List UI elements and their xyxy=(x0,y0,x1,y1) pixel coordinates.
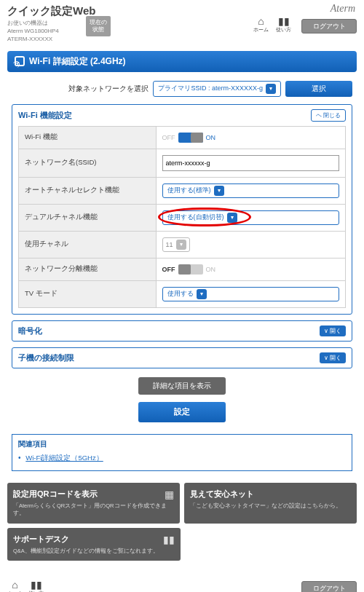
bullet-icon: • xyxy=(18,454,21,462)
target-network-select[interactable]: プライマリSSID : aterm-XXXXXX-g ▾ xyxy=(153,81,281,97)
qr-icon: ▦ xyxy=(165,489,174,500)
row-dualch-label: デュアルチャネル機能 xyxy=(19,204,157,231)
support-tile[interactable]: ▮▮ サポートデスク Q&A、機能別設定ガイドなどの情報をご覧になれます。 xyxy=(7,528,181,561)
logout-button-top[interactable]: ログアウト xyxy=(301,19,357,33)
footer-home-button[interactable]: ⌂ ホーム xyxy=(7,580,23,592)
encryption-card: 暗号化 ∨ 開く xyxy=(12,320,352,342)
chevron-up-icon: ヘ xyxy=(316,111,322,119)
tv-mode-select[interactable]: 使用する ▾ xyxy=(162,287,339,301)
wifi-function-card: Wi-Fi 機能設定 ヘ 閉じる Wi-Fi 機能 OFF ON ネットワーク名… xyxy=(12,104,352,315)
expand-encryption-button[interactable]: ∨ 開く xyxy=(320,325,346,336)
chevron-down-icon: ▾ xyxy=(266,84,276,94)
related-link-5ghz[interactable]: Wi-Fi詳細設定（5GHz） xyxy=(25,454,103,462)
wifi-icon xyxy=(15,56,25,66)
footer-help-button[interactable]: ▮▮ 使い方 xyxy=(28,580,44,592)
qr-tile[interactable]: ▦ 設定用QRコードを表示 「AtermらくらくQRスタート」用のQRコードを作… xyxy=(7,483,180,524)
ssid-input[interactable] xyxy=(162,155,339,171)
home-button[interactable]: ⌂ ホーム xyxy=(253,16,269,33)
expand-client-limit-button[interactable]: ∨ 開く xyxy=(320,352,346,363)
safenet-tile[interactable]: 見えて安心ネット 「こども安心ネットタイマー」などの設定はこちらから。 xyxy=(184,483,357,524)
wifi-function-title: Wi-Fi 機能設定 xyxy=(18,110,72,121)
show-detail-button[interactable]: 詳細な項目を表示 xyxy=(138,377,226,395)
home-icon: ⌂ xyxy=(12,580,17,590)
app-title: クイック設定Web xyxy=(7,4,357,18)
row-wifi-label: Wi-Fi 機能 xyxy=(19,126,157,149)
row-channel-label: 使用チャネル xyxy=(19,231,157,258)
target-network-label: 対象ネットワークを選択 xyxy=(68,84,149,94)
channel-select[interactable]: 11 ▾ xyxy=(162,237,190,252)
select-button[interactable]: 選択 xyxy=(285,81,352,97)
chevron-down-icon: ▾ xyxy=(176,240,186,250)
brand-logo: Aterm xyxy=(331,3,355,15)
related-box: 関連項目 • Wi-Fi詳細設定（5GHz） xyxy=(12,434,352,471)
book-icon: ▮▮ xyxy=(31,580,42,590)
collapse-button[interactable]: ヘ 閉じる xyxy=(311,109,346,122)
chevron-down-icon: ∨ xyxy=(324,355,328,361)
chevron-down-icon: ▾ xyxy=(197,289,207,299)
apply-button[interactable]: 設定 xyxy=(138,402,226,422)
settings-table: Wi-Fi 機能 OFF ON ネットワーク名(SSID) オートチャネルセレク… xyxy=(18,126,346,308)
book-icon: ▮▮ xyxy=(163,534,175,545)
related-heading: 関連項目 xyxy=(18,439,346,449)
auto-channel-select[interactable]: 使用する(標準) ▾ xyxy=(162,183,339,198)
wifi-toggle[interactable]: OFF ON xyxy=(162,133,216,143)
home-icon: ⌂ xyxy=(258,16,264,26)
encryption-title: 暗号化 xyxy=(18,325,42,336)
help-button[interactable]: ▮▮ 使い方 xyxy=(276,16,291,33)
page-title-bar: Wi-Fi 詳細設定 (2.4GHz) xyxy=(7,51,357,72)
current-status-button[interactable]: 現在の状態 xyxy=(86,16,111,36)
row-ssid-label: ネットワーク名(SSID) xyxy=(19,149,157,177)
chevron-down-icon: ▾ xyxy=(214,186,224,196)
row-tvmode-label: TV モード xyxy=(19,280,157,307)
dual-channel-select[interactable]: 使用する(自動切替) ▾ xyxy=(162,210,339,225)
row-isolation-label: ネットワーク分離機能 xyxy=(19,258,157,280)
book-icon: ▮▮ xyxy=(278,16,290,26)
chevron-down-icon: ▾ xyxy=(227,213,237,223)
client-limit-card: 子機の接続制限 ∨ 開く xyxy=(12,347,352,368)
client-limit-title: 子機の接続制限 xyxy=(18,352,74,363)
chevron-down-icon: ∨ xyxy=(324,328,328,334)
isolation-toggle[interactable]: OFF ON xyxy=(162,264,216,275)
row-autoch-label: オートチャネルセレクト機能 xyxy=(19,177,157,204)
logout-button-bottom[interactable]: ログアウト xyxy=(301,581,357,592)
